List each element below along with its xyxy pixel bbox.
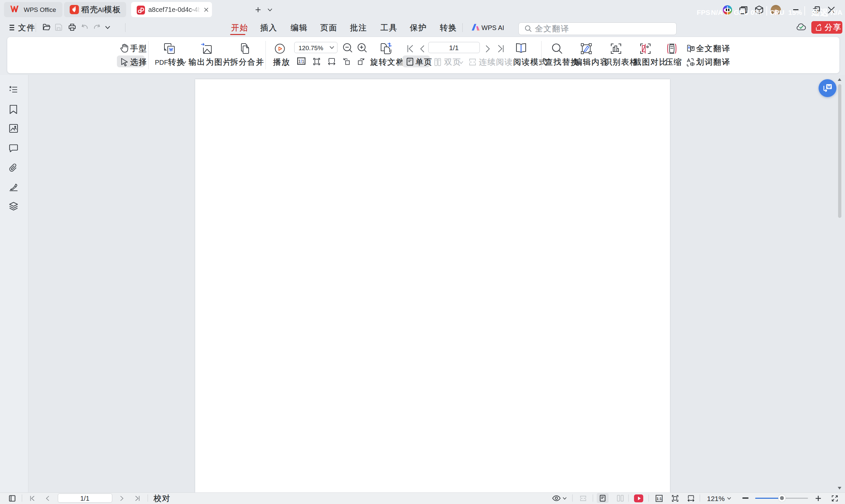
svg-text:1:1: 1:1 [656,497,662,501]
svg-text:1: 1 [298,58,301,64]
svg-text:1: 1 [302,58,304,64]
